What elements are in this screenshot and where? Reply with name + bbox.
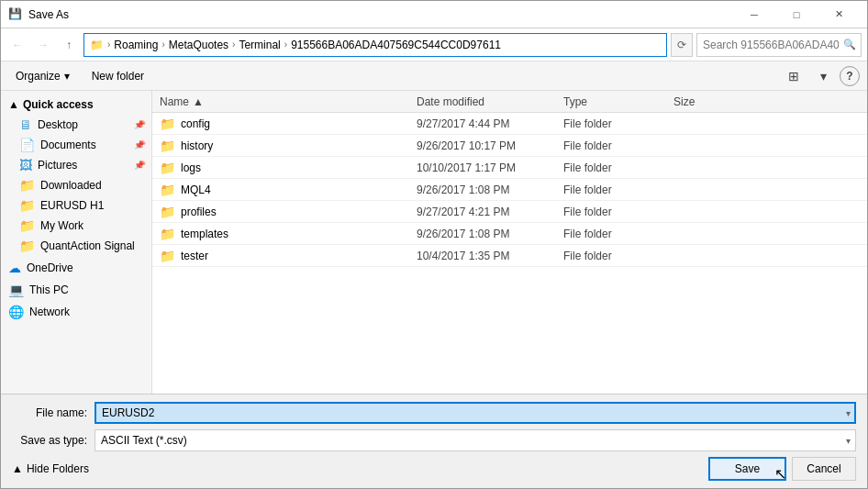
sidebar-item-mywork-label: My Work [40,219,83,232]
sidebar: ▲ Quick access 🖥 Desktop 📌 📄 Documents 📌… [1,91,152,394]
col-type-header[interactable]: Type [556,95,666,108]
organize-chevron: ▾ [64,70,70,83]
col-name-header[interactable]: Name ▲ [152,95,409,108]
eurusd-icon: 📁 [19,198,35,213]
cancel-label: Cancel [807,462,840,475]
help-button[interactable]: ? [840,66,860,86]
bc-roaming: Roaming [114,39,158,51]
thispc-icon: 💻 [8,283,24,297]
savetype-select[interactable]: ASCII Text (*.csv)CSV (*.csv)All Files (… [95,429,856,451]
close-button[interactable]: ✕ [818,1,860,28]
network-icon: 🌐 [8,305,24,319]
table-row[interactable]: 📁 templates 9/26/2017 1:08 PM File folde… [152,223,867,245]
search-wrap: 🔍 [696,33,862,57]
sidebar-item-pictures[interactable]: 🖼 Pictures 📌 [1,155,151,175]
view-button[interactable]: ⊞ [781,66,807,86]
sidebar-item-eurusd[interactable]: 📁 EURUSD H1 [1,195,151,216]
breadcrumb: 📁 › Roaming › MetaQuotes › Terminal › 91… [90,39,501,51]
sidebar-item-downloaded[interactable]: 📁 Downloaded [1,175,151,195]
folder-icon: 📁 [160,117,175,131]
new-folder-label: New folder [92,70,144,83]
hide-folders-chevron: ▲ [12,462,23,475]
file-rows-container: 📁 config 9/27/2017 4:44 PM File folder 📁… [152,113,867,267]
hide-folders-toggle[interactable]: ▲ Hide Folders [12,462,89,475]
new-folder-button[interactable]: New folder [84,66,151,86]
quick-access-chevron: ▲ [8,98,19,111]
col-size-header[interactable]: Size [666,95,740,108]
file-name: logs [181,161,201,174]
file-name: tester [181,250,208,262]
sidebar-network-label: Network [29,306,70,318]
quantaction-icon: 📁 [19,239,35,253]
sidebar-item-documents[interactable]: 📄 Documents 📌 [1,135,151,155]
address-bar[interactable]: 📁 › Roaming › MetaQuotes › Terminal › 91… [83,33,667,57]
file-name: MQL4 [181,183,211,196]
file-date: 9/26/2017 1:08 PM [409,183,556,196]
sidebar-item-onedrive[interactable]: ☁ OneDrive [1,258,151,278]
bottom-buttons: ▲ Hide Folders Save ↖ Cancel [12,457,856,481]
hide-folders-label: Hide Folders [27,462,89,475]
bottom-section: File name: ▾ Save as type: ASCII Text (*… [1,394,867,488]
maximize-button[interactable]: □ [775,1,818,28]
quick-access-label: Quick access [23,98,94,111]
sidebar-item-documents-label: Documents [40,139,96,151]
table-row[interactable]: 📁 profiles 9/27/2017 4:21 PM File folder [152,201,867,223]
sidebar-item-quantaction[interactable]: 📁 QuantAction Signal [1,236,151,256]
folder-icon: 📁 [160,227,175,241]
file-name: history [181,139,213,152]
folder-icon: 📁 [160,205,175,219]
sidebar-item-thispc[interactable]: 💻 This PC [1,280,151,300]
documents-icon: 📄 [19,138,35,152]
file-type: File folder [556,228,666,240]
table-row[interactable]: 📁 MQL4 9/26/2017 1:08 PM File folder [152,179,867,201]
back-button[interactable]: ← [6,34,28,56]
onedrive-group: ☁ OneDrive [1,258,151,278]
save-as-dialog: 💾 Save As ─ □ ✕ ← → ↑ 📁 › Roaming › Meta… [0,0,868,489]
bc-guid: 915566BA06ADA407569C544CC0D97611 [291,39,501,51]
col-name-label: Name [160,95,189,108]
save-button[interactable]: Save ↖ [708,457,786,481]
dialog-icon: 💾 [8,7,23,22]
search-icon: 🔍 [843,39,856,50]
view-chevron-button[interactable]: ▾ [810,66,836,86]
desktop-icon: 🖥 [19,117,32,132]
table-row[interactable]: 📁 config 9/27/2017 4:44 PM File folder [152,113,867,135]
save-label: Save [735,462,760,475]
table-row[interactable]: 📁 history 9/26/2017 10:17 PM File folder [152,135,867,157]
thispc-group: 💻 This PC [1,280,151,300]
bc-folder-icon: 📁 [90,39,104,51]
up-button[interactable]: ↑ [58,34,80,56]
col-date-header[interactable]: Date modified [409,95,556,108]
pin-icon-pictures: 📌 [134,161,144,170]
toolbar-right: ⊞ ▾ ? [781,66,860,86]
sidebar-item-network[interactable]: 🌐 Network [1,302,151,322]
refresh-button[interactable]: ⟳ [671,33,693,57]
file-date: 10/4/2017 1:35 PM [409,250,556,262]
minimize-button[interactable]: ─ [733,1,775,28]
cancel-button[interactable]: Cancel [792,457,856,481]
sidebar-thispc-label: This PC [29,283,69,296]
sidebar-item-mywork[interactable]: 📁 My Work [1,216,151,236]
quick-access-header[interactable]: ▲ Quick access [1,94,151,115]
table-row[interactable]: 📁 logs 10/10/2017 1:17 PM File folder [152,157,867,179]
filename-input[interactable] [95,402,856,424]
col-date-label: Date modified [417,95,484,108]
bc-metaquotes: MetaQuotes [169,39,228,51]
dialog-title: Save As [28,8,733,21]
col-type-label: Type [563,95,587,108]
search-input[interactable] [696,33,862,57]
savetype-select-wrap: ASCII Text (*.csv)CSV (*.csv)All Files (… [95,429,856,451]
organize-button[interactable]: Organize ▾ [8,66,77,86]
table-row[interactable]: 📁 tester 10/4/2017 1:35 PM File folder [152,245,867,267]
folder-icon: 📁 [160,161,175,175]
file-name: config [181,117,210,130]
main-content: ▲ Quick access 🖥 Desktop 📌 📄 Documents 📌… [1,91,867,394]
file-type: File folder [556,117,666,130]
col-size-label: Size [673,95,695,108]
sidebar-item-desktop[interactable]: 🖥 Desktop 📌 [1,115,151,135]
forward-button[interactable]: → [32,34,54,56]
filename-label: File name: [12,406,95,419]
network-group: 🌐 Network [1,302,151,322]
sidebar-item-downloaded-label: Downloaded [40,179,102,192]
organize-label: Organize [16,70,61,83]
